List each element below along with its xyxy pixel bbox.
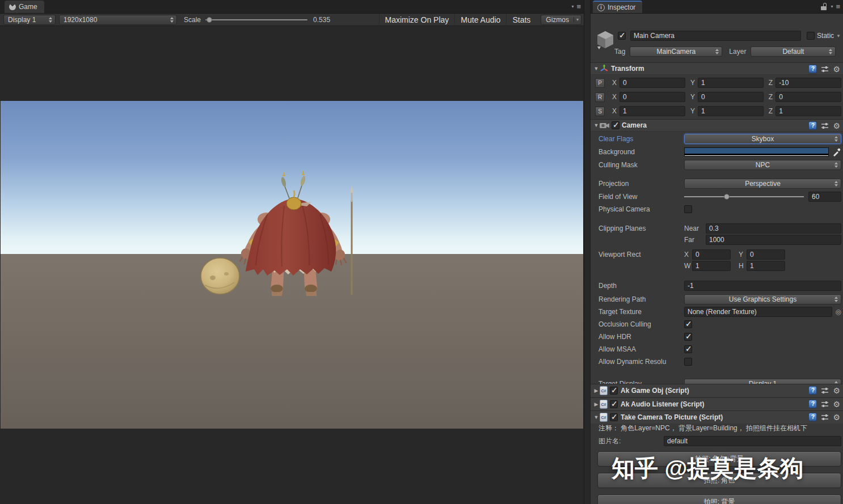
allow-msaa-label: Allow MSAA <box>598 345 684 353</box>
preset-icon[interactable] <box>821 413 829 421</box>
scale-x-field[interactable]: 1 <box>619 106 685 116</box>
fov-slider-track <box>684 196 804 197</box>
camera-header[interactable]: ▼ Camera ? ⚙ <box>591 119 843 132</box>
help-icon[interactable]: ? <box>808 400 817 408</box>
tab-inspector[interactable]: i Inspector <box>593 1 642 13</box>
clear-flags-value: Skybox <box>752 135 774 143</box>
culling-mask-dropdown[interactable]: NPC <box>684 160 841 170</box>
take-camera-to-picture-component[interactable]: ▼ C# Take Camera To Picture (Script) ? ⚙ <box>591 410 843 423</box>
gear-icon[interactable]: ⚙ <box>833 400 840 408</box>
script-enabled-checkbox[interactable] <box>610 413 618 421</box>
camera-enabled-checkbox[interactable] <box>612 121 619 129</box>
allow-dynamic-resolution-checkbox[interactable] <box>684 358 692 366</box>
image-name-field[interactable]: default <box>664 436 841 446</box>
transform-header[interactable]: ▼ Transform ? ⚙ <box>591 62 843 75</box>
gameobject-enabled-checkbox[interactable] <box>618 32 626 40</box>
scale-z-field[interactable]: 1 <box>775 106 841 116</box>
script-note: 注释： 角色Layer=NPC， 背景Layer=Building， 拍照组件挂… <box>598 423 843 434</box>
gizmos-dropdown-icon[interactable]: ▾ <box>574 17 581 22</box>
background-color-swatch[interactable] <box>684 147 829 156</box>
target-texture-label: Target Texture <box>598 308 684 316</box>
preset-icon[interactable] <box>821 122 829 130</box>
tab-game[interactable]: Game <box>5 1 44 13</box>
object-picker-icon[interactable]: ◎ <box>836 308 841 316</box>
rotation-button[interactable]: R <box>595 92 605 102</box>
resolution-dropdown[interactable]: 1920x1080 <box>59 15 177 25</box>
help-icon[interactable]: ? <box>808 413 817 421</box>
fov-slider-knob[interactable] <box>724 194 730 200</box>
position-x-field[interactable]: 0 <box>619 78 685 88</box>
gear-icon[interactable]: ⚙ <box>833 122 840 130</box>
scale-y-field[interactable]: 1 <box>698 106 764 116</box>
panel-menu-icon[interactable]: ≡ <box>836 2 840 11</box>
preset-icon[interactable] <box>821 65 829 73</box>
layer-dropdown[interactable]: Default <box>751 46 836 57</box>
ak-audio-listener-component[interactable]: ▶ C# Ak Audio Listener (Script) ? ⚙ <box>591 397 843 410</box>
tag-dropdown[interactable]: MainCamera <box>630 46 722 57</box>
gear-icon[interactable]: ⚙ <box>833 413 840 421</box>
scale-button[interactable]: S <box>595 107 605 116</box>
preset-icon[interactable] <box>821 387 829 395</box>
vp-x-field[interactable]: 0 <box>692 249 731 260</box>
far-field[interactable]: 1000 <box>706 235 841 245</box>
mute-audio-button[interactable]: Mute Audio <box>454 14 506 26</box>
gameobject-name-field[interactable]: Main Camera <box>630 31 801 41</box>
vp-w-field[interactable]: 1 <box>692 261 731 271</box>
fov-field[interactable]: 60 <box>808 192 841 202</box>
display-dropdown[interactable]: Display 1 <box>3 15 56 25</box>
maximize-on-play-button[interactable]: Maximize On Play <box>379 14 455 26</box>
help-icon[interactable]: ? <box>808 386 817 395</box>
lock-icon[interactable] <box>821 3 828 10</box>
script-enabled-checkbox[interactable] <box>610 400 618 408</box>
stats-button[interactable]: Stats <box>506 14 536 26</box>
rotation-y-field[interactable]: 0 <box>698 92 764 102</box>
projection-dropdown[interactable]: Perspective <box>684 179 841 189</box>
foldout-closed-icon[interactable]: ▶ <box>593 401 600 407</box>
gear-icon[interactable]: ⚙ <box>833 65 840 73</box>
updown-arrows-icon <box>829 49 833 54</box>
vp-y-field[interactable]: 0 <box>747 249 785 260</box>
script-enabled-checkbox[interactable] <box>610 387 618 395</box>
ak-game-obj-component[interactable]: ▶ C# Ak Game Obj (Script) ? ⚙ <box>591 384 843 397</box>
target-texture-field[interactable]: None (Render Texture) <box>684 307 832 317</box>
panel-dropdown-icon[interactable]: ▾ <box>831 4 833 9</box>
culling-mask-label: Culling Mask <box>598 161 684 169</box>
gizmos-button[interactable]: Gizmos ▾ <box>541 15 581 25</box>
position-y-field[interactable]: 1 <box>698 78 764 88</box>
help-icon[interactable]: ? <box>808 65 817 73</box>
panel-menu-icon[interactable]: ≡ <box>576 2 580 11</box>
position-z-field[interactable]: -10 <box>775 78 841 88</box>
scale-slider-knob[interactable] <box>206 17 212 23</box>
foldout-closed-icon[interactable]: ▶ <box>593 388 600 393</box>
static-dropdown-icon[interactable]: ▼ <box>836 33 841 39</box>
photo-bg-button[interactable]: 拍照: 背景 <box>597 494 841 504</box>
foldout-open-icon[interactable]: ▼ <box>593 66 600 71</box>
foldout-open-icon[interactable]: ▼ <box>593 122 600 128</box>
game-viewport[interactable] <box>1 101 583 429</box>
gear-icon[interactable]: ⚙ <box>833 387 840 395</box>
clear-flags-dropdown[interactable]: Skybox <box>684 134 841 144</box>
help-icon[interactable]: ? <box>808 121 817 130</box>
layer-value: Default <box>782 48 804 56</box>
rendering-path-dropdown[interactable]: Use Graphics Settings <box>684 294 841 304</box>
occlusion-culling-checkbox[interactable] <box>684 320 692 328</box>
near-field[interactable]: 0.3 <box>706 223 841 234</box>
preset-icon[interactable] <box>821 400 829 408</box>
rotation-x-field[interactable]: 0 <box>619 92 685 102</box>
allow-msaa-checkbox[interactable] <box>684 345 692 353</box>
scale-slider[interactable] <box>205 16 307 23</box>
allow-hdr-checkbox[interactable] <box>684 333 692 341</box>
layer-label: Layer <box>729 48 746 56</box>
physical-camera-checkbox[interactable] <box>684 205 692 213</box>
position-button[interactable]: P <box>595 78 605 88</box>
vp-h-field[interactable]: 1 <box>747 261 785 271</box>
fov-slider[interactable] <box>684 193 804 200</box>
rotation-z-field[interactable]: 0 <box>775 92 841 102</box>
static-checkbox[interactable] <box>807 32 815 40</box>
depth-field[interactable]: -1 <box>684 281 841 291</box>
gameobject-cube-icon[interactable] <box>595 29 616 51</box>
foldout-open-icon[interactable]: ▼ <box>593 414 600 420</box>
eyedropper-icon[interactable] <box>832 147 841 156</box>
rendering-path-label: Rendering Path <box>598 295 684 303</box>
panel-dropdown-icon[interactable]: ▾ <box>571 4 574 9</box>
